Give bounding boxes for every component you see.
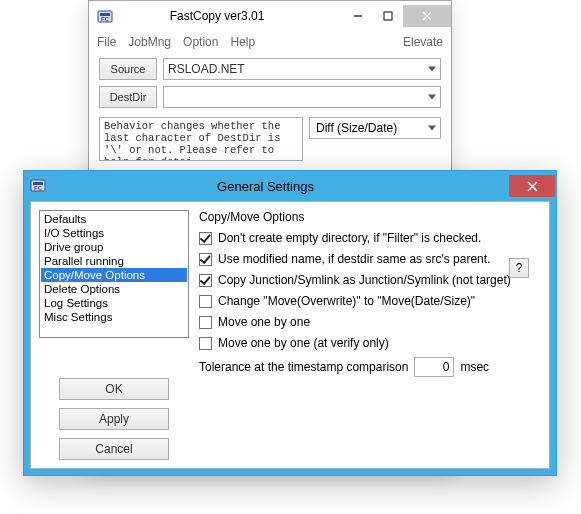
check-change-move-mode[interactable]: Change "Move(Overwrite)" to "Move(Date/S… bbox=[199, 294, 541, 308]
check-label: Copy Junction/Symlink as Junction/Symlin… bbox=[218, 273, 511, 287]
main-sysbuttons bbox=[343, 5, 451, 27]
svg-text:FC: FC bbox=[34, 185, 43, 191]
list-item[interactable]: I/O Settings bbox=[41, 226, 187, 240]
destdir-combo[interactable] bbox=[163, 86, 441, 108]
check-copy-junction[interactable]: Copy Junction/Symlink as Junction/Symlin… bbox=[199, 273, 541, 287]
list-item[interactable]: Copy/Move Options bbox=[41, 268, 187, 282]
checkbox-icon bbox=[199, 316, 212, 329]
tolerance-label: Tolerance at the timestamp comparison bbox=[199, 360, 408, 374]
apply-button[interactable]: Apply bbox=[59, 408, 169, 430]
dialog-left-column: DefaultsI/O SettingsDrive groupParallel … bbox=[39, 210, 189, 460]
diff-mode-combo[interactable]: Diff (Size/Date) bbox=[309, 117, 441, 139]
tolerance-row: Tolerance at the timestamp comparison ms… bbox=[199, 357, 541, 377]
general-settings-dialog: FC General Settings ? DefaultsI/O Settin… bbox=[23, 170, 557, 476]
list-item[interactable]: Parallel running bbox=[41, 254, 187, 268]
help-button[interactable]: ? bbox=[509, 258, 529, 278]
maximize-button[interactable] bbox=[373, 5, 403, 27]
check-move-one-by-one-verify[interactable]: Move one by one (at verify only) bbox=[199, 336, 541, 350]
checkbox-icon bbox=[199, 232, 212, 245]
svg-text:FC: FC bbox=[101, 16, 110, 22]
list-item[interactable]: Delete Options bbox=[41, 282, 187, 296]
tolerance-unit: msec bbox=[460, 360, 489, 374]
menu-elevate[interactable]: Elevate bbox=[403, 35, 443, 49]
behavior-row: Behavior changes whether the last charac… bbox=[89, 111, 451, 161]
check-label: Change "Move(Overwrite)" to "Move(Date/S… bbox=[218, 294, 475, 308]
chevron-down-icon bbox=[428, 95, 436, 100]
checkbox-icon bbox=[199, 253, 212, 266]
source-button[interactable]: Source bbox=[99, 58, 157, 80]
check-move-one-by-one[interactable]: Move one by one bbox=[199, 315, 541, 329]
check-modified-name[interactable]: Use modified name, if destdir same as sr… bbox=[199, 252, 541, 266]
tolerance-input[interactable] bbox=[414, 357, 454, 377]
menu-help[interactable]: Help bbox=[230, 35, 255, 49]
minimize-button[interactable] bbox=[343, 5, 373, 27]
check-no-empty-dir[interactable]: Don't create empty directory, if "Filter… bbox=[199, 231, 541, 245]
checkbox-icon bbox=[199, 295, 212, 308]
dialog-close-button[interactable] bbox=[509, 175, 555, 197]
svg-rect-4 bbox=[384, 12, 392, 20]
list-item[interactable]: Drive group bbox=[41, 240, 187, 254]
list-item[interactable]: Defaults bbox=[41, 212, 187, 226]
dialog-right-column: Copy/Move Options Don't create empty dir… bbox=[199, 210, 541, 460]
source-value: RSLOAD.NET bbox=[168, 62, 245, 76]
main-menubar: File JobMng Option Help Elevate bbox=[89, 31, 451, 55]
checkbox-icon bbox=[199, 337, 212, 350]
menu-jobmng[interactable]: JobMng bbox=[128, 35, 171, 49]
destdir-button[interactable]: DestDir bbox=[99, 86, 157, 108]
check-label: Use modified name, if destdir same as sr… bbox=[218, 252, 490, 266]
check-label: Don't create empty directory, if "Filter… bbox=[218, 231, 481, 245]
fastcopy-app-icon: FC bbox=[30, 177, 46, 195]
destdir-row: DestDir bbox=[89, 83, 451, 111]
main-titlebar: FC FastCopy ver3.01 bbox=[89, 1, 451, 31]
source-combo[interactable]: RSLOAD.NET bbox=[163, 58, 441, 80]
checkbox-icon bbox=[199, 274, 212, 287]
close-button[interactable] bbox=[403, 5, 451, 27]
chevron-down-icon bbox=[428, 126, 436, 131]
list-item[interactable]: Misc Settings bbox=[41, 310, 187, 324]
behavior-text: Behavior changes whether the last charac… bbox=[99, 117, 303, 161]
dialog-titlebar: FC General Settings bbox=[24, 171, 556, 201]
chevron-down-icon bbox=[428, 67, 436, 72]
fastcopy-app-icon: FC bbox=[97, 8, 113, 24]
menu-file[interactable]: File bbox=[97, 35, 116, 49]
check-label: Move one by one (at verify only) bbox=[218, 336, 389, 350]
source-row: Source RSLOAD.NET bbox=[89, 55, 451, 83]
diff-mode-value: Diff (Size/Date) bbox=[316, 121, 397, 135]
options-group-title: Copy/Move Options bbox=[199, 210, 541, 224]
check-label: Move one by one bbox=[218, 315, 310, 329]
main-title: FastCopy ver3.01 bbox=[121, 9, 343, 23]
settings-category-list[interactable]: DefaultsI/O SettingsDrive groupParallel … bbox=[39, 210, 189, 338]
list-item[interactable]: Log Settings bbox=[41, 296, 187, 310]
ok-button[interactable]: OK bbox=[59, 378, 169, 400]
dialog-title: General Settings bbox=[46, 179, 509, 194]
menu-option[interactable]: Option bbox=[183, 35, 218, 49]
cancel-button[interactable]: Cancel bbox=[59, 438, 169, 460]
